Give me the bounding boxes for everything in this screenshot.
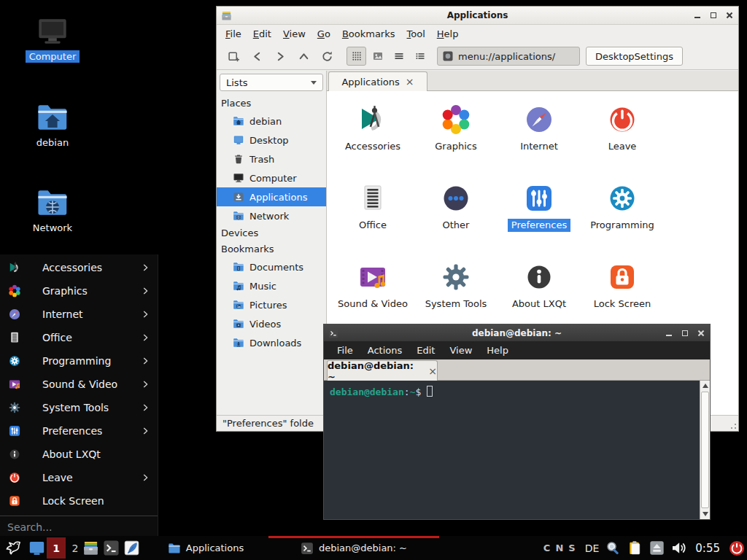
task-terminal[interactable]: debian@debian: ~ [268, 536, 439, 560]
app-category-system-tools[interactable]: System Tools [414, 254, 498, 330]
sidebar-item-music[interactable]: Music [217, 276, 326, 295]
terminal-menu-actions[interactable]: Actions [360, 343, 410, 358]
power-button[interactable] [729, 540, 745, 556]
desktop-icon-debian[interactable]: debian [18, 101, 88, 149]
desktop-icon-network[interactable]: Network [18, 186, 88, 234]
volume-icon[interactable] [671, 540, 686, 556]
up-button[interactable] [293, 46, 314, 66]
sidebar-item-pictures[interactable]: Pictures [217, 295, 326, 314]
sidebar-item-videos[interactable]: Videos [217, 314, 326, 333]
sidebar-item-downloads[interactable]: Downloads [217, 333, 326, 352]
tab-close-icon[interactable]: × [428, 365, 437, 377]
terminal-content[interactable]: debian@debian:~$ [324, 381, 710, 519]
app-category-internet[interactable]: Internet [498, 97, 581, 173]
menu-go[interactable]: Go [311, 26, 336, 42]
terminal-menu-view[interactable]: View [442, 343, 479, 358]
app-menu-item-about-lxqt[interactable]: About LXQt [0, 443, 158, 466]
minimize-button[interactable] [693, 11, 702, 20]
desktop-icon-computer[interactable]: Computer [18, 15, 88, 63]
close-button[interactable] [725, 11, 734, 20]
lists-dropdown[interactable]: Lists [220, 74, 323, 91]
menu-help[interactable]: Help [431, 26, 465, 42]
sidebar-item-applications[interactable]: Applications [217, 187, 326, 206]
app-category-graphics[interactable]: Graphics [414, 97, 498, 173]
sidebar-header-places[interactable]: Places [217, 96, 326, 112]
app-category-leave[interactable]: Leave [581, 97, 664, 173]
sidebar-item-desktop[interactable]: Desktop [217, 131, 326, 149]
clock[interactable]: 0:55 [695, 542, 720, 555]
view-thumbnail-button[interactable] [368, 47, 387, 66]
maximize-button[interactable] [681, 329, 689, 338]
scrollbar[interactable] [700, 381, 710, 519]
menu-bookmarks[interactable]: Bookmarks [336, 26, 401, 42]
app-menu-item-preferences[interactable]: Preferences [0, 419, 158, 443]
menu-search-input[interactable]: Search... [0, 516, 158, 537]
file-manager-launcher[interactable] [82, 540, 99, 556]
workspace-1-button[interactable]: 1 [47, 537, 66, 559]
menu-file[interactable]: File [220, 26, 247, 42]
app-category-about-lxqt[interactable]: About LXQt [498, 254, 581, 330]
sidebar-item-debian[interactable]: debian [217, 112, 326, 131]
app-category-lock-screen[interactable]: Lock Screen [581, 254, 664, 330]
sidebar-header-bookmarks[interactable]: Bookmarks [217, 241, 326, 257]
start-menu-button[interactable] [4, 538, 23, 558]
featherpad-launcher[interactable] [123, 540, 140, 556]
app-menu-item-leave[interactable]: Leave [0, 466, 158, 489]
file-manager-titlebar[interactable]: Applications [217, 7, 738, 25]
app-menu-item-system-tools[interactable]: System Tools [0, 396, 158, 419]
app-category-office[interactable]: Office [331, 176, 414, 252]
app-category-other[interactable]: Other [414, 176, 498, 252]
terminal-menu-help[interactable]: Help [479, 343, 516, 358]
clipboard-icon[interactable] [627, 540, 643, 556]
resize-grip[interactable] [727, 420, 736, 429]
task-applications[interactable]: Applications [144, 536, 267, 560]
terminal-titlebar[interactable]: debian@debian: ~ [324, 324, 710, 341]
app-menu-item-graphics[interactable]: Graphics [0, 279, 158, 303]
minimize-button[interactable] [665, 329, 673, 338]
app-menu-item-programming[interactable]: Programming [0, 349, 158, 373]
sidebar-item-documents[interactable]: Documents [217, 257, 326, 276]
tab-close-icon[interactable]: × [406, 77, 414, 87]
view-compact-button[interactable] [410, 47, 430, 66]
sidebar-header-devices[interactable]: Devices [217, 225, 326, 241]
menu-tool[interactable]: Tool [401, 26, 431, 42]
close-button[interactable] [697, 329, 705, 338]
app-category-accessories[interactable]: Accessories [331, 97, 414, 173]
scroll-up-icon[interactable] [700, 381, 710, 391]
menu-edit[interactable]: Edit [247, 26, 277, 42]
path-bar[interactable]: menu://applications/ [437, 47, 580, 66]
workspace-2-button[interactable]: 2 [69, 537, 82, 559]
keyboard-layout[interactable]: DE [585, 542, 600, 554]
tab-applications[interactable]: Applications × [328, 71, 427, 91]
terminal-launcher[interactable] [103, 540, 120, 556]
forward-button[interactable] [269, 46, 291, 66]
app-category-programming[interactable]: Programming [581, 176, 664, 252]
screenshot-icon[interactable] [605, 540, 621, 556]
view-grid-button[interactable] [347, 47, 366, 66]
terminal-menu-file[interactable]: File [330, 343, 360, 358]
scroll-down-icon[interactable] [700, 509, 710, 519]
new-tab-button[interactable] [222, 46, 244, 66]
terminal-menu-edit[interactable]: Edit [409, 343, 442, 358]
app-category-preferences[interactable]: Preferences [498, 176, 581, 252]
sidebar-item-network[interactable]: Network [217, 206, 326, 225]
terminal-tab[interactable]: debian@debian: ~ × [327, 360, 438, 381]
view-detailed-button[interactable] [389, 47, 409, 66]
menu-view[interactable]: View [277, 26, 311, 42]
sidebar-item-trash[interactable]: Trash [217, 149, 326, 168]
desktop-settings-button[interactable]: DesktopSettings [586, 47, 683, 66]
submenu-arrow-icon [140, 262, 150, 273]
sidebar-item-computer[interactable]: Computer [217, 168, 326, 187]
app-category-sound-video[interactable]: Sound & Video [331, 254, 414, 330]
back-button[interactable] [246, 46, 268, 66]
app-menu-item-lock-screen[interactable]: Lock Screen [0, 489, 158, 513]
refresh-button[interactable] [316, 46, 338, 66]
eject-icon[interactable] [649, 540, 665, 556]
app-menu-item-accessories[interactable]: Accessories [0, 256, 158, 279]
maximize-button[interactable] [709, 11, 718, 20]
app-menu-item-sound-video[interactable]: Sound & Video [0, 373, 158, 396]
show-desktop-button[interactable] [28, 539, 46, 557]
app-menu-item-office[interactable]: Office [0, 326, 158, 349]
app-menu-item-internet[interactable]: Internet [0, 303, 158, 326]
scrollbar-thumb[interactable] [701, 392, 709, 508]
